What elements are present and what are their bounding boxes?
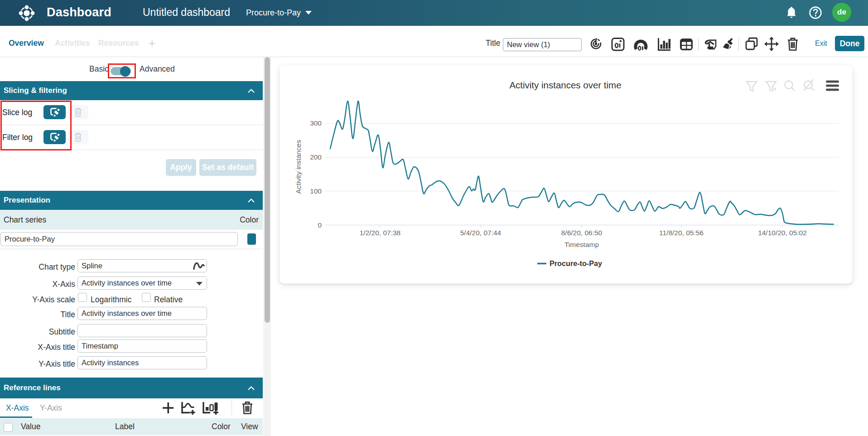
svg-text:200: 200 bbox=[310, 153, 322, 161]
svg-text:Activity instances: Activity instances bbox=[294, 140, 302, 194]
svg-text:11/8/20, 05:56: 11/8/20, 05:56 bbox=[659, 229, 704, 237]
svg-text:14/10/20, 05:02: 14/10/20, 05:02 bbox=[758, 229, 807, 237]
svg-text:300: 300 bbox=[310, 119, 322, 127]
svg-text:1/2/20, 07:38: 1/2/20, 07:38 bbox=[360, 229, 401, 237]
svg-text:0: 0 bbox=[318, 221, 322, 229]
svg-text:Procure-to-Pay: Procure-to-Pay bbox=[550, 259, 602, 267]
svg-text:5/4/20, 07:44: 5/4/20, 07:44 bbox=[460, 229, 502, 237]
svg-text:100: 100 bbox=[310, 187, 322, 195]
svg-text:Timestamp: Timestamp bbox=[564, 241, 599, 248]
svg-text:Activity instances over time: Activity instances over time bbox=[509, 80, 621, 90]
svg-text:8/6/20, 06:50: 8/6/20, 06:50 bbox=[561, 229, 603, 237]
